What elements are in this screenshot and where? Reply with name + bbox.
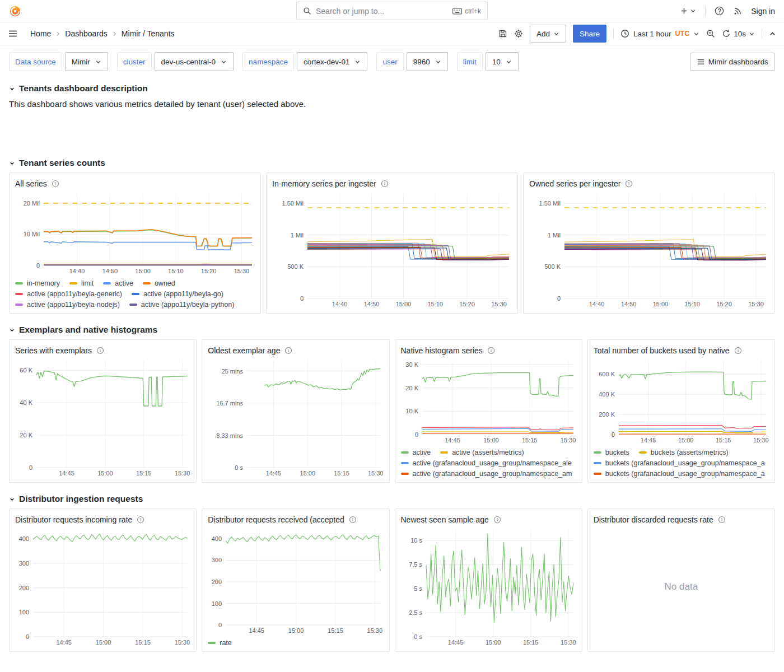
section-tenant-series-counts[interactable]: Tenant series counts [9,158,775,168]
panel-title: In-memory series per ingester [272,179,376,188]
section-exemplars[interactable]: Exemplars and native histograms [9,325,775,335]
info-icon[interactable] [381,180,389,188]
svg-text:15:15: 15:15 [334,470,349,477]
mimir-dashboards-button[interactable]: Mimir dashboards [690,53,775,71]
panel-header[interactable]: All series [15,177,255,190]
help-icon[interactable] [715,6,724,16]
legend-item[interactable]: active (appo11y/beyla-go) [132,290,223,298]
legend-item[interactable]: owned [143,279,175,287]
legend-item[interactable]: rate [208,639,232,647]
info-icon[interactable] [52,180,59,188]
share-button[interactable]: Share [573,25,606,43]
time-series-chart[interactable]: 14:4515:0015:1515:300 s8.33 mins16.7 min… [208,357,383,478]
legend-item[interactable]: active (appo11y/beyla-generic) [15,290,122,298]
refresh-picker[interactable]: 10s [722,29,755,38]
search-icon [303,7,311,15]
divider [705,6,706,17]
svg-text:15:00: 15:00 [135,268,151,274]
legend-item[interactable]: limit [69,279,94,287]
info-icon[interactable] [718,516,726,524]
limit-select[interactable]: 10 [486,52,519,71]
variable-datasource: Data source Mimir [9,52,108,71]
svg-text:15:30: 15:30 [748,301,764,307]
svg-text:15:30: 15:30 [367,627,383,634]
info-icon[interactable] [349,516,357,524]
mimir-dashboards-label: Mimir dashboards [708,58,768,66]
panel-header[interactable]: Total number of buckets used by native [594,344,769,357]
search-input[interactable]: Search or jump to... ctrl+k [296,2,488,20]
info-icon[interactable] [284,347,292,354]
panel-native-histogram-series: Native histogram series 14:4515:0015:151… [395,339,582,483]
breadcrumb-home[interactable]: Home [30,29,51,38]
sign-in-button[interactable]: Sign in [751,7,775,16]
time-series-chart[interactable]: 14:4515:0015:1515:30010 K20 K30 K [401,357,576,445]
svg-text:10 K: 10 K [405,408,418,414]
time-series-chart[interactable]: 14:4014:5015:0015:1015:2015:300500 K1 Mi… [272,190,512,309]
time-series-chart[interactable]: 14:4515:0015:1515:30020 K40 K60 K [15,357,190,478]
svg-text:14:45: 14:45 [249,627,265,634]
panel-header[interactable]: Native histogram series [401,344,576,357]
time-series-chart[interactable]: 14:4014:5015:0015:1015:2015:300500 K1 Mi… [529,190,769,309]
breadcrumb-dashboards[interactable]: Dashboards [65,29,108,38]
info-icon[interactable] [96,347,104,354]
legend-item[interactable]: buckets [594,449,629,456]
panel-header[interactable]: Owned series per ingester [529,177,769,190]
section-description[interactable]: Tenants dashboard description [9,83,775,94]
news-rss-icon[interactable] [733,7,742,16]
legend-item[interactable]: active (asserts/metrics) [440,449,524,456]
legend-item[interactable]: active [401,449,431,456]
namespace-select[interactable]: cortex-dev-01 [297,52,368,71]
save-dashboard-icon[interactable] [498,29,507,38]
legend-item[interactable]: in-memory [15,279,60,287]
keyboard-icon [452,8,462,15]
time-range-label: Last 1 hour [633,30,671,38]
legend-item[interactable]: active (grafanacloud_usage_group/namespa… [401,470,572,478]
svg-text:500 K: 500 K [287,263,304,270]
grafana-logo[interactable] [9,5,21,17]
legend-item[interactable]: active (appo11y/beyla-nodejs) [15,301,120,309]
time-series-chart[interactable]: 14:4515:0015:1515:300100200300400 [208,526,383,635]
user-select[interactable]: 9960 [407,52,448,71]
info-icon[interactable] [493,516,501,524]
svg-text:15:30: 15:30 [560,437,576,444]
time-series-chart[interactable]: 14:4515:0015:1515:300 s2.5 s5 s7.5 s10 s [401,526,576,647]
cluster-select[interactable]: dev-us-central-0 [155,52,234,71]
variable-cluster: cluster dev-us-central-0 [117,52,234,71]
panel-header[interactable]: Distributor discarded requests rate [594,513,769,526]
legend-item[interactable]: active (grafanacloud_usage_group/namespa… [401,459,572,467]
legend-item[interactable]: buckets (asserts/metrics) [639,449,729,456]
selected-value: Mimir [72,58,90,66]
panel-title: Owned series per ingester [529,179,620,188]
panel-title: Native histogram series [401,346,483,355]
add-panel-button[interactable]: Add [530,25,566,43]
panel-header[interactable]: Newest seen sample age [401,513,576,526]
zoom-out-icon[interactable] [706,29,715,38]
legend-item[interactable]: buckets (grafanacloud_usage_group/namesp… [594,470,765,478]
time-series-chart[interactable]: 14:4515:0015:1515:300200 K400 K600 K [594,357,769,445]
panel-header[interactable]: Oldest exemplar age [208,344,383,357]
info-icon[interactable] [625,180,633,188]
panel-header[interactable]: Series with exemplars [15,344,190,357]
menu-toggle-icon[interactable] [8,29,18,39]
collapse-chevron-up-icon[interactable] [769,30,776,38]
info-icon[interactable] [487,347,495,354]
info-icon[interactable] [137,516,144,524]
add-menu-button[interactable] [680,7,696,15]
datasource-select[interactable]: Mimir [65,52,108,71]
info-icon[interactable] [734,347,742,354]
panel-header[interactable]: Distributor requests incoming rate [15,513,190,526]
time-series-chart[interactable]: 14:4515:0015:1515:300100200300400 [15,526,190,647]
legend-item[interactable]: active [103,279,133,287]
svg-text:14:45: 14:45 [266,470,282,477]
settings-gear-icon[interactable] [514,29,523,38]
legend-item[interactable]: active (appo11y/beyla-python) [129,301,235,309]
section-distributor[interactable]: Distributor ingestion requests [9,494,775,504]
panel-header[interactable]: In-memory series per ingester [272,177,512,190]
panel-header[interactable]: Distributor requests received (accepted [208,513,383,526]
svg-text:500 K: 500 K [544,263,561,270]
time-series-chart[interactable]: 14:4014:5015:0015:1015:2015:30010 Mil20 … [15,190,255,276]
time-range-picker[interactable]: Last 1 hour UTC [620,29,699,38]
svg-text:15:20: 15:20 [716,301,732,307]
svg-text:300: 300 [212,557,222,563]
legend-item[interactable]: buckets (grafanacloud_usage_group/namesp… [594,459,765,467]
